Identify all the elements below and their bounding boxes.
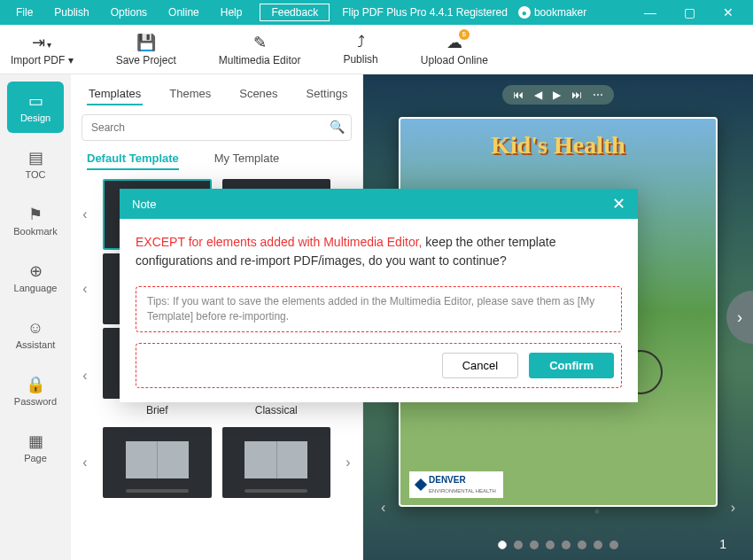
nav-design-label: Design <box>20 113 50 123</box>
design-icon: ▭ <box>28 91 43 111</box>
menu-help[interactable]: Help <box>212 3 252 22</box>
nav-assistant[interactable]: ☺ Assistant <box>7 308 64 360</box>
upload-online-label: Upload Online <box>421 54 488 66</box>
cloud-upload-icon: ☁$ <box>446 33 462 52</box>
save-project-label: Save Project <box>116 54 176 66</box>
nav-toc[interactable]: ▤ TOC <box>7 138 64 190</box>
language-icon: ⊕ <box>29 261 43 281</box>
note-dialog: Note ✕ EXCEPT for elements added with Mu… <box>120 189 638 402</box>
confirm-button[interactable]: Confirm <box>529 353 614 378</box>
save-project-button[interactable]: 💾 Save Project <box>116 33 176 66</box>
preview-dot[interactable] <box>609 541 618 549</box>
nav-bookmark[interactable]: ⚑ Bookmark <box>7 195 64 246</box>
preview-prev-icon[interactable]: ◀ <box>534 89 542 101</box>
preview-dot[interactable] <box>578 541 586 549</box>
template-thumb[interactable] <box>222 427 331 498</box>
nav-page-label: Page <box>24 453 47 463</box>
nav-language[interactable]: ⊕ Language <box>7 252 64 303</box>
dialog-tips: Tips: If you want to save the elements a… <box>136 286 622 332</box>
dialog-body: EXCEPT for elements added with Multimedi… <box>120 219 638 274</box>
multimedia-editor-button[interactable]: ✎ Multimedia Editor <box>219 33 301 66</box>
preview-last-icon[interactable]: ⏭ <box>571 89 582 101</box>
assistant-icon: ☺ <box>27 319 43 338</box>
upload-badge: $ <box>459 29 470 40</box>
upload-online-button[interactable]: ☁$ Upload Online <box>421 33 488 66</box>
preview-next-icon[interactable]: ▶ <box>553 89 561 101</box>
tab-themes[interactable]: Themes <box>167 83 213 105</box>
nav-toc-label: TOC <box>25 169 45 180</box>
import-pdf-button[interactable]: ⇥▾ Import PDF ▾ <box>11 33 74 66</box>
search-input[interactable] <box>82 114 352 141</box>
denver-label: DENVER <box>429 475 466 485</box>
nav-password-label: Password <box>14 396 57 407</box>
dialog-close-icon[interactable]: ✕ <box>612 194 625 214</box>
template-row1-prev[interactable]: ‹ <box>78 179 92 250</box>
menu-online[interactable]: Online <box>159 3 208 22</box>
nav-page[interactable]: ▦ Page <box>7 422 64 473</box>
menubar: File Publish Options Online Help Feedbac… <box>0 0 753 25</box>
import-icon: ⇥▾ <box>32 33 51 52</box>
preview-dot[interactable] <box>546 541 555 549</box>
publish-icon: ⤴ <box>357 33 365 51</box>
denver-badge: DENVER ENVIRONMENTAL HEALTH <box>409 471 503 498</box>
toolbar: ⇥▾ Import PDF ▾ 💾 Save Project ✎ Multime… <box>0 25 753 74</box>
nav-design[interactable]: ▭ Design <box>7 82 64 133</box>
menu-file[interactable]: File <box>7 3 42 22</box>
search-icon[interactable]: 🔍 <box>330 120 345 134</box>
preview-dot[interactable] <box>530 541 539 549</box>
bookmark-icon: ⚑ <box>28 205 43 224</box>
tab-settings[interactable]: Settings <box>305 83 350 105</box>
password-icon: 🔒 <box>26 375 45 394</box>
menu-publish[interactable]: Publish <box>45 3 97 22</box>
tab-scenes[interactable]: Scenes <box>237 83 279 105</box>
publish-button[interactable]: ⤴ Publish <box>343 33 377 66</box>
nav-password[interactable]: 🔒 Password <box>7 365 64 416</box>
preview-dot[interactable] <box>562 541 571 549</box>
maximize-button[interactable]: ▢ <box>671 5 707 19</box>
publish-label: Publish <box>343 53 377 66</box>
preview-more-icon[interactable]: ⋯ <box>593 89 603 101</box>
template-thumb[interactable] <box>103 427 212 498</box>
template-label: Classical <box>222 399 331 424</box>
template-label: Brief <box>103 399 212 424</box>
toc-icon: ▤ <box>28 148 43 167</box>
edit-icon: ✎ <box>253 33 267 52</box>
subtab-default-template[interactable]: Default Template <box>87 152 179 170</box>
dialog-footer: Cancel Confirm <box>136 343 622 388</box>
subtab-my-template[interactable]: My Template <box>214 152 279 170</box>
minimize-button[interactable]: — <box>633 5 668 19</box>
preview-first-icon[interactable]: ⏮ <box>513 89 524 101</box>
user-icon: ● <box>518 6 531 19</box>
preview-toolbar: ⏮ ◀ ▶ ⏭ ⋯ <box>502 85 614 105</box>
nav-bookmark-label: Bookmark <box>13 226 58 237</box>
preview-small-next-icon[interactable]: › <box>731 500 735 516</box>
multimedia-editor-label: Multimedia Editor <box>219 54 301 66</box>
denver-logo-icon <box>415 478 427 491</box>
template-row3-prev[interactable]: ‹ <box>78 328 92 424</box>
denver-sublabel: ENVIRONMENTAL HEALTH <box>429 488 496 494</box>
feedback-button[interactable]: Feedback <box>260 4 330 21</box>
preview-dot[interactable] <box>514 541 523 549</box>
preview-dot[interactable] <box>594 541 602 549</box>
preview-next-page[interactable]: › <box>726 291 753 344</box>
close-window-button[interactable]: ✕ <box>710 5 746 19</box>
preview-page-number: 1 <box>719 537 726 551</box>
preview-small-prev-icon[interactable]: ‹ <box>381 500 385 516</box>
app-title: Flip PDF Plus Pro 4.4.1 Registered <box>342 6 508 19</box>
save-icon: 💾 <box>136 33 156 52</box>
template-row4-next[interactable]: › <box>341 427 355 498</box>
nav-language-label: Language <box>14 283 58 293</box>
tab-templates[interactable]: Templates <box>87 83 143 105</box>
book-title: Kid's Health <box>400 119 716 159</box>
user-account[interactable]: ● bookmaker <box>518 6 586 19</box>
preview-dots <box>498 541 618 549</box>
design-tabs: Templates Themes Scenes Settings <box>71 74 362 111</box>
dialog-header: Note ✕ <box>120 189 638 219</box>
cancel-button[interactable]: Cancel <box>442 353 518 378</box>
template-row2-prev[interactable]: ‹ <box>78 253 92 324</box>
template-row4-prev[interactable]: ‹ <box>78 427 92 498</box>
menu-options[interactable]: Options <box>102 3 156 22</box>
user-name: bookmaker <box>534 6 586 19</box>
preview-dot[interactable] <box>498 541 507 549</box>
template-subtabs: Default Template My Template <box>71 144 362 177</box>
